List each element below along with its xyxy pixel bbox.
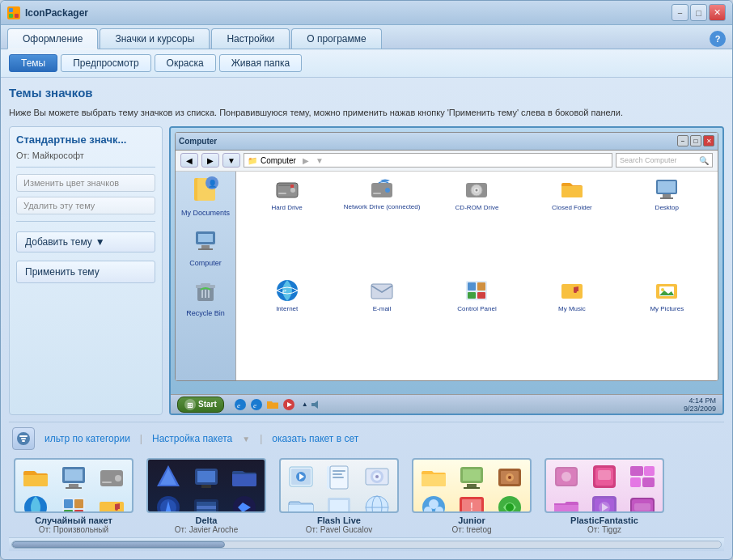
- svg-rect-59: [66, 487, 82, 489]
- search-bar[interactable]: Search Computer 🔍: [616, 153, 713, 168]
- taskbar-ie2-icon: e: [250, 398, 263, 411]
- current-theme-title: Стандартные значк...: [16, 134, 155, 146]
- theme-item-random[interactable]: Случайный пакет От: Произвольный: [9, 458, 138, 534]
- theme-item-delta[interactable]: Delta От: Javier Aroche: [142, 458, 271, 534]
- svg-rect-37: [477, 282, 485, 291]
- svg-text:e: e: [253, 401, 256, 409]
- delete-theme-button[interactable]: Удалить эту тему: [16, 197, 155, 214]
- tab-oformlenie[interactable]: Оформление: [7, 28, 98, 49]
- scrollbar-thumb[interactable]: [12, 541, 225, 548]
- svg-text:👤: 👤: [208, 179, 218, 189]
- subtab-predprosmotr[interactable]: Предпросмотр: [61, 54, 150, 72]
- change-color-button[interactable]: Изменить цвет значков: [16, 174, 155, 192]
- theme-plastic-preview: [544, 458, 664, 513]
- address-text: Computer: [261, 156, 296, 165]
- minimize-button[interactable]: −: [672, 4, 689, 21]
- svg-rect-39: [477, 292, 485, 299]
- theme-delta-preview: [146, 458, 266, 513]
- taskbar-ie-icon: e: [234, 398, 247, 411]
- svg-rect-62: [102, 482, 112, 483]
- preview-inner: Computer − □ ✕ ◀ ▶ ▼: [171, 128, 722, 414]
- icon-network-drive[interactable]: Network Drive (connected): [336, 176, 427, 274]
- svg-rect-86: [333, 470, 345, 472]
- svg-point-97: [366, 496, 388, 513]
- window-controls: − □ ✕: [672, 4, 726, 21]
- svg-rect-66: [74, 499, 83, 508]
- theme-delta-author: От: Javier Aroche: [175, 525, 239, 534]
- svg-rect-101: [463, 469, 481, 481]
- taskbar-clock: 4:14 PM 9/23/2009: [684, 397, 716, 413]
- preview-maximize-btn[interactable]: □: [690, 135, 701, 146]
- publish-link[interactable]: оказать пакет в сет: [272, 433, 358, 444]
- svg-rect-51: [311, 403, 315, 406]
- tab-nastroyki[interactable]: Настройки: [211, 28, 290, 49]
- theme-item-junior[interactable]: ! Junior От: treetog: [407, 458, 536, 534]
- subtab-zhivaya-papka[interactable]: Живая папка: [219, 54, 302, 72]
- add-theme-button[interactable]: Добавить тему ▼: [16, 231, 155, 252]
- icon-cdrom[interactable]: CD-ROM Drive: [431, 176, 523, 274]
- svg-rect-1: [15, 8, 19, 12]
- subtab-temy[interactable]: Темы: [9, 54, 57, 72]
- svg-text:e: e: [237, 401, 240, 409]
- recycle-label: Recycle Bin: [186, 309, 225, 317]
- taskbar-icons: e e: [234, 398, 295, 411]
- forward-button[interactable]: ▶: [201, 153, 219, 168]
- address-bar[interactable]: 📁 Computer ▶ ▼: [244, 153, 612, 168]
- system-tray: ▲: [302, 399, 321, 410]
- svg-rect-65: [64, 499, 73, 508]
- preview-sidebar-mydocs[interactable]: 👤 My Documents: [181, 175, 230, 217]
- preview-minimize-btn[interactable]: −: [677, 135, 689, 146]
- filter-icon[interactable]: [12, 427, 35, 450]
- dropdown-arrow-icon: ▼: [95, 236, 105, 248]
- theme-random-preview: [14, 458, 133, 513]
- icon-control-panel[interactable]: Control Panel: [431, 278, 523, 375]
- left-panel: Стандартные значк... От: Майкрософт Изме…: [9, 126, 163, 416]
- preview-close-btn[interactable]: ✕: [703, 135, 714, 146]
- icon-my-pictures[interactable]: My Pictures: [621, 278, 713, 375]
- theme-item-plasticfantastic[interactable]: PlasticFantastic От: Tiggz: [540, 458, 669, 534]
- close-button[interactable]: ✕: [709, 4, 726, 21]
- help-button[interactable]: ?: [710, 31, 726, 47]
- horizontal-scrollbar[interactable]: [11, 541, 722, 549]
- tab-znachki[interactable]: Значки и курсоры: [100, 28, 210, 49]
- svg-rect-29: [663, 194, 671, 197]
- icon-hard-drive[interactable]: Hard Drive: [241, 176, 333, 274]
- svg-point-92: [375, 475, 379, 478]
- theme-item-flashlive[interactable]: Flash Live От: Pavel Gucalov: [274, 458, 404, 534]
- icon-email[interactable]: E-mail: [336, 278, 427, 375]
- icon-closed-folder[interactable]: Closed Folder: [526, 176, 617, 274]
- icon-internet[interactable]: e Internet: [241, 278, 333, 375]
- filter-category-link[interactable]: ильтр по категории: [44, 433, 130, 444]
- svg-rect-123: [630, 466, 643, 476]
- preview-sidebar-computer[interactable]: Computer: [189, 225, 222, 267]
- maximize-button[interactable]: □: [690, 4, 707, 21]
- subtab-okraska[interactable]: Окраска: [155, 54, 216, 72]
- theme-junior-preview: !: [412, 458, 532, 513]
- hard-drive-label: Hard Drive: [272, 204, 303, 211]
- back-button[interactable]: ◀: [180, 153, 198, 168]
- start-button[interactable]: ⊞ Start: [177, 397, 224, 413]
- themes-list: Случайный пакет От: Произвольный: [9, 455, 724, 537]
- my-pictures-label: My Pictures: [650, 305, 684, 312]
- preview-sidebar-recycle[interactable]: Recycle Bin: [186, 275, 225, 317]
- theme-flashlive-preview: [279, 458, 399, 513]
- volume-icon: [310, 399, 321, 410]
- preview-icons-grid: Hard Drive: [236, 172, 718, 381]
- icon-my-music[interactable]: My Music: [526, 278, 617, 375]
- computer-label: Computer: [189, 259, 222, 267]
- main-tab-bar: Оформление Значки и курсоры Настройки О …: [1, 25, 732, 49]
- recycle-icon: [189, 275, 222, 308]
- theme-delta-name: Delta: [196, 515, 218, 525]
- settings-link[interactable]: Настройка пакета: [152, 433, 232, 444]
- tab-o-programme[interactable]: О программе: [291, 28, 381, 49]
- svg-point-116: [506, 503, 514, 511]
- app-window: IconPackager − □ ✕ Оформление Значки и к…: [0, 0, 733, 560]
- down-arrow-button[interactable]: ▼: [222, 153, 240, 168]
- svg-point-119: [561, 472, 571, 482]
- svg-rect-11: [198, 248, 213, 250]
- icon-desktop[interactable]: Desktop: [621, 176, 713, 274]
- apply-theme-button[interactable]: Применить тему: [16, 261, 155, 283]
- svg-point-61: [115, 475, 121, 482]
- svg-rect-10: [201, 245, 210, 248]
- svg-rect-22: [373, 193, 381, 194]
